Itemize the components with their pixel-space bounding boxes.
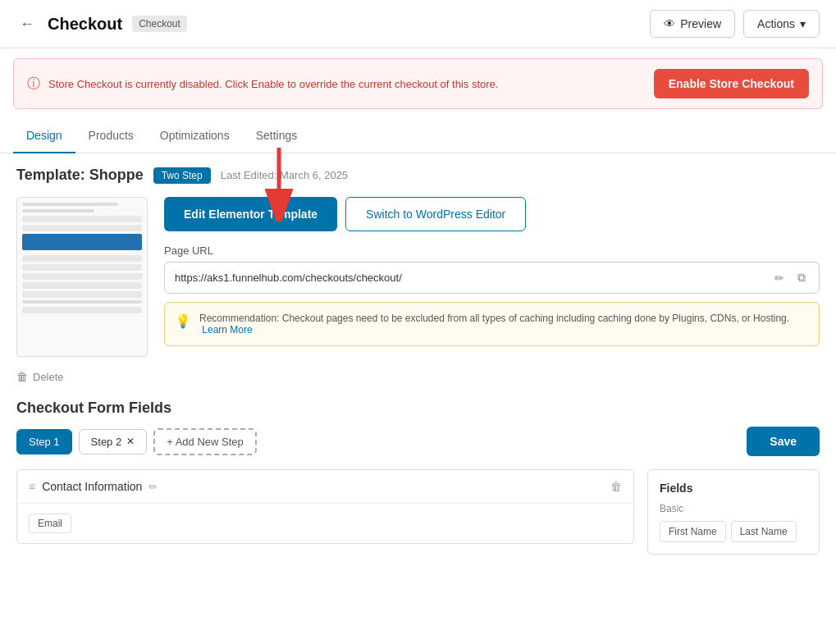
warning-icon: ⓘ bbox=[27, 75, 40, 93]
recommendation-text: Recommendation: Checkout pages need to b… bbox=[199, 313, 809, 336]
delete-label: Delete bbox=[33, 371, 64, 383]
fields-basic-label: Basic bbox=[660, 503, 807, 514]
header-left: ← Checkout Checkout bbox=[16, 12, 187, 36]
header-badge: Checkout bbox=[132, 16, 187, 32]
bulb-icon: 💡 bbox=[175, 313, 191, 329]
contact-info-left: ≡ Contact Information ✏ bbox=[29, 480, 158, 493]
email-field-tag: Email bbox=[29, 514, 71, 533]
edit-url-icon[interactable]: ✏ bbox=[771, 270, 788, 286]
copy-url-icon[interactable]: ⧉ bbox=[794, 269, 809, 286]
step-1-label: Step 1 bbox=[29, 436, 60, 448]
edit-elementor-button[interactable]: Edit Elementor Template bbox=[164, 197, 337, 231]
preview-button[interactable]: 👁 Preview bbox=[650, 10, 735, 38]
step-2-close-icon[interactable]: ✕ bbox=[126, 436, 135, 447]
eye-icon: 👁 bbox=[664, 17, 675, 30]
delete-section-icon[interactable]: 🗑 bbox=[610, 480, 622, 493]
contact-info-header: ≡ Contact Information ✏ 🗑 bbox=[17, 470, 633, 504]
page-url-label: Page URL bbox=[164, 244, 820, 257]
enable-store-checkout-button[interactable]: Enable Store Checkout bbox=[654, 69, 809, 98]
alert-left: ⓘ Store Checkout is currently disabled. … bbox=[27, 75, 498, 93]
edit-section-icon[interactable]: ✏ bbox=[148, 481, 158, 493]
contact-info-box: ≡ Contact Information ✏ 🗑 Email bbox=[16, 469, 634, 544]
back-button[interactable]: ← bbox=[16, 12, 38, 36]
two-step-badge: Two Step bbox=[153, 167, 211, 184]
fields-right-panel: Fields Basic First Name Last Name bbox=[647, 469, 820, 555]
switch-wordpress-button[interactable]: Switch to WordPress Editor bbox=[345, 197, 526, 231]
first-name-field-tag[interactable]: First Name bbox=[660, 521, 726, 542]
step-2-label: Step 2 bbox=[91, 436, 122, 448]
last-name-field-tag[interactable]: Last Name bbox=[731, 521, 797, 542]
header-right: 👁 Preview Actions ▾ bbox=[650, 10, 820, 38]
arrow-container: Edit Elementor Template Switch to WordPr… bbox=[164, 197, 820, 231]
tab-design[interactable]: Design bbox=[13, 119, 75, 153]
red-arrow-indicator bbox=[254, 148, 304, 222]
actions-button[interactable]: Actions ▾ bbox=[743, 10, 820, 38]
template-right-panel: Edit Elementor Template Switch to WordPr… bbox=[164, 197, 820, 346]
delete-row[interactable]: 🗑 Delete bbox=[16, 370, 820, 383]
recommendation-box: 💡 Recommendation: Checkout pages need to… bbox=[164, 302, 820, 346]
chevron-down-icon: ▾ bbox=[800, 17, 806, 30]
url-input-row: https://aks1.funnelhub.com/checkouts/che… bbox=[164, 262, 820, 294]
template-title: Template: Shoppe bbox=[16, 167, 144, 184]
form-fields-section-title: Checkout Form Fields bbox=[16, 400, 820, 417]
template-content: Edit Elementor Template Switch to WordPr… bbox=[16, 197, 820, 357]
save-button[interactable]: Save bbox=[747, 427, 820, 456]
fields-panel-title: Fields bbox=[660, 482, 807, 495]
tab-products[interactable]: Products bbox=[75, 119, 147, 153]
alert-banner: ⓘ Store Checkout is currently disabled. … bbox=[13, 58, 823, 109]
form-fields-area: ≡ Contact Information ✏ 🗑 Email Fields B… bbox=[16, 469, 820, 555]
main-content: Template: Shoppe Two Step Last Edited: M… bbox=[0, 153, 836, 568]
contact-info-body: Email bbox=[17, 504, 633, 543]
template-preview-thumbnail bbox=[16, 197, 148, 357]
step-1-button[interactable]: Step 1 bbox=[16, 429, 72, 454]
actions-label: Actions bbox=[757, 17, 795, 30]
tab-optimizations[interactable]: Optimizations bbox=[147, 119, 243, 153]
learn-more-link[interactable]: Learn More bbox=[202, 324, 252, 336]
url-value: https://aks1.funnelhub.com/checkouts/che… bbox=[175, 272, 765, 284]
steps-row: Step 1 Step 2 ✕ + Add New Step Save bbox=[16, 427, 820, 456]
trash-delete-icon: 🗑 bbox=[16, 370, 28, 383]
page-title: Checkout bbox=[48, 15, 122, 34]
tabs-bar: Design Products Optimizations Settings bbox=[0, 119, 836, 153]
contact-info-title: Contact Information bbox=[42, 480, 142, 493]
drag-handle-icon[interactable]: ≡ bbox=[29, 480, 35, 493]
template-header: Template: Shoppe Two Step Last Edited: M… bbox=[16, 167, 820, 184]
add-new-step-button[interactable]: + Add New Step bbox=[153, 428, 257, 455]
step-2-button[interactable]: Step 2 ✕ bbox=[79, 429, 148, 454]
preview-label: Preview bbox=[680, 17, 721, 30]
header: ← Checkout Checkout 👁 Preview Actions ▾ bbox=[0, 0, 836, 48]
field-tags-list: First Name Last Name bbox=[660, 521, 807, 542]
fields-left-panel: ≡ Contact Information ✏ 🗑 Email bbox=[16, 469, 634, 555]
alert-message: Store Checkout is currently disabled. Cl… bbox=[48, 78, 498, 90]
steps-left: Step 1 Step 2 ✕ + Add New Step bbox=[16, 428, 257, 455]
